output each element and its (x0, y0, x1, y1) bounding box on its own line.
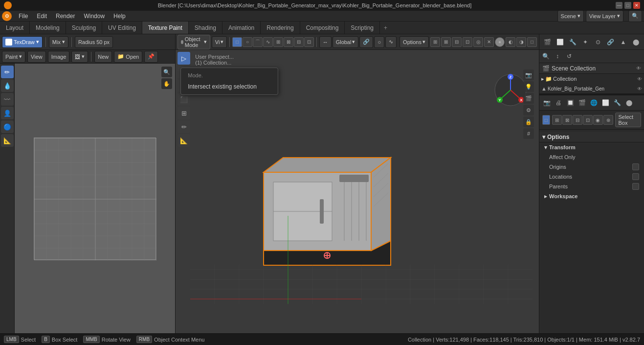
camera-icon-btn[interactable]: 📷 (523, 69, 534, 80)
tab-sculpting[interactable]: Sculpting (66, 22, 102, 34)
viewport-lock-btn[interactable]: 🔒 (523, 116, 534, 127)
vp-annotate-tool[interactable]: ✏ (178, 120, 190, 133)
menu-window[interactable]: Window (80, 12, 109, 21)
display-btn-2[interactable]: ⊠ (441, 37, 451, 47)
tab-uv-editing[interactable]: UV Editing (102, 22, 142, 34)
tab-texture-paint[interactable]: Texture Paint (142, 22, 189, 34)
tab-animation[interactable]: Animation (222, 22, 261, 34)
menu-render[interactable]: Render (52, 12, 79, 21)
select-circle-btn[interactable]: ○ (243, 37, 252, 47)
sm-btn-4[interactable]: ⊡ (583, 115, 593, 125)
xray-btn[interactable]: ✕ (484, 37, 494, 47)
dropdown-item-intersect[interactable]: Intersect existing selection (181, 81, 278, 92)
extra-btn[interactable]: ∿ (385, 36, 397, 48)
sm-btn-3[interactable]: ⊟ (573, 115, 582, 125)
props-material-icon[interactable]: ⬤ (630, 37, 641, 47)
vp-select-tool[interactable]: ▷ (178, 52, 190, 65)
overlay-btn[interactable]: ◎ (473, 37, 483, 47)
select-box-icon[interactable]: □ (542, 115, 550, 125)
display-btn-4[interactable]: ⊡ (463, 37, 472, 47)
scene-props-icon[interactable]: 🎬 (577, 97, 587, 108)
origins-checkbox[interactable] (632, 163, 639, 170)
select-extra-1[interactable]: ⊞ (273, 37, 283, 47)
sort-icon[interactable]: ↕ (552, 51, 563, 62)
snap-btn[interactable]: 🔗 (359, 36, 373, 48)
select-lasso-btn[interactable]: ⌒ (253, 37, 263, 47)
search-btn[interactable]: 🔍 (628, 10, 642, 22)
shading-wireframe[interactable]: □ (527, 37, 537, 47)
open-button[interactable]: 📁 Open (114, 51, 142, 63)
props-data-icon[interactable]: ▲ (618, 37, 629, 47)
tab-layout[interactable]: Layout (0, 22, 30, 34)
select-extra-3[interactable]: ⊟ (294, 37, 304, 47)
paint-menu[interactable]: Paint ▾ (2, 51, 25, 63)
display-btn-1[interactable]: ⊞ (430, 37, 440, 47)
select-box-btn[interactable]: □ (232, 37, 242, 47)
add-workspace-button[interactable]: + (380, 22, 391, 34)
options-header[interactable]: ▾ Options (539, 132, 644, 142)
options-button[interactable]: Options ▾ (400, 36, 429, 48)
sm-btn-2[interactable]: ⊠ (562, 115, 572, 125)
brush-selector[interactable]: TexDraw ▾ (2, 36, 43, 48)
select-tweak-btn[interactable]: ∿ (263, 37, 273, 47)
shading-material[interactable]: ◐ (506, 37, 515, 47)
lamp-icon-btn[interactable]: 💡 (523, 81, 534, 92)
props-particles-icon[interactable]: ✦ (580, 37, 591, 47)
scene-collection-header[interactable]: 🎬 Scene Collection 👁 (539, 63, 644, 74)
props-physics-icon[interactable]: ⊙ (593, 37, 603, 47)
sm-btn-5[interactable]: ◉ (593, 115, 603, 125)
transform-subsection[interactable]: ▾ Transform (539, 142, 644, 152)
menu-edit[interactable]: Edit (33, 12, 51, 21)
props-constraints-icon[interactable]: 🔗 (605, 37, 616, 47)
material-props-icon[interactable]: ⬤ (623, 97, 634, 108)
smear-tool[interactable]: 〰 (1, 93, 14, 106)
uv-move[interactable]: ✋ (161, 78, 172, 89)
viewport-grid-btn[interactable]: # (523, 128, 534, 139)
tab-rendering[interactable]: Rendering (261, 22, 300, 34)
fill-tool[interactable]: 💧 (1, 79, 14, 92)
viewport-view-menu[interactable]: Vi ▾ (212, 36, 227, 48)
blend-mode-selector[interactable]: Mix ▾ (49, 36, 68, 48)
view-layer-props-icon[interactable]: 🔲 (565, 97, 576, 108)
view-layer-selector[interactable]: View Layer ▾ (586, 10, 623, 22)
minimize-button[interactable]: — (616, 2, 622, 9)
scene-selector[interactable]: Scene ▾ (557, 10, 584, 22)
object-props-icon[interactable]: ⬜ (600, 97, 611, 108)
locations-checkbox[interactable] (632, 173, 639, 180)
world-props-icon[interactable]: 🌐 (588, 97, 599, 108)
shading-solid[interactable]: ● (495, 37, 505, 47)
uv-canvas[interactable]: 🔍 ✋ (15, 64, 175, 333)
radius-selector[interactable]: Radius 50 px (75, 36, 113, 48)
select-extra-4[interactable]: ⊡ (304, 37, 314, 47)
collection-eye[interactable]: 👁 (637, 76, 642, 82)
maximize-button[interactable]: □ (624, 2, 631, 9)
scene-coll-eye[interactable]: 👁 (636, 66, 641, 71)
image-picker[interactable]: 🖼 ▾ (71, 51, 88, 63)
display-btn-3[interactable]: ⊟ (452, 37, 462, 47)
draw-tool[interactable]: ✏ (1, 66, 14, 78)
clone-tool[interactable]: 👤 (1, 107, 14, 119)
transform-pivot[interactable]: ↔ (319, 36, 332, 48)
menu-file[interactable]: File (15, 12, 32, 21)
transform-space[interactable]: Global ▾ (333, 36, 359, 48)
mask-tool[interactable]: 📐 (1, 134, 14, 147)
sync-icon[interactable]: ↺ (564, 51, 575, 62)
props-object-icon[interactable]: ⬜ (555, 37, 566, 47)
soften-tool[interactable]: 🔵 (1, 120, 14, 133)
new-button[interactable]: New (94, 51, 112, 63)
proportional-btn[interactable]: ○ (374, 36, 384, 48)
pin-button[interactable]: 📌 (144, 51, 158, 63)
view-menu[interactable]: View (27, 51, 46, 63)
viewport-settings-btn[interactable]: ⚙ (523, 105, 534, 115)
vp-measure-tool[interactable]: 📐 (178, 134, 190, 147)
collection-item[interactable]: ▸ 📁 Collection 👁 (539, 74, 644, 84)
sm-btn-6[interactable]: ⊛ (603, 115, 613, 125)
image-menu[interactable]: Image (48, 51, 70, 63)
render-props-icon[interactable]: 📷 (541, 97, 552, 108)
select-extra-2[interactable]: ⊠ (284, 37, 293, 47)
filter-icon[interactable]: 🔍 (540, 51, 551, 62)
menu-help[interactable]: Help (110, 12, 130, 21)
uv-zoom-in[interactable]: 🔍 (161, 67, 172, 77)
workspace-subsection[interactable]: ▸ Workspace (539, 191, 644, 201)
tab-scripting[interactable]: Scripting (345, 22, 380, 34)
